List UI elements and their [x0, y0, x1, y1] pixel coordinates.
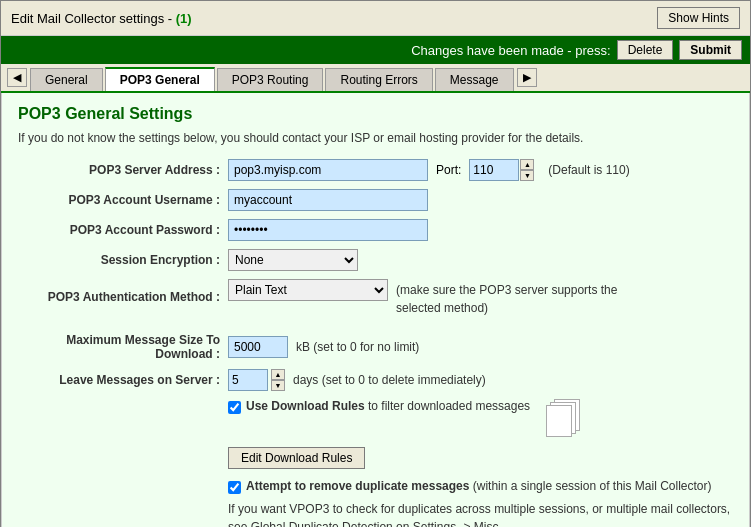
window: Edit Mail Collector settings - (1) Show …: [0, 0, 751, 527]
title-bar: Edit Mail Collector settings - (1) Show …: [1, 1, 750, 36]
username-row: POP3 Account Username :: [18, 189, 733, 211]
leave-days-up-button[interactable]: ▲: [271, 369, 285, 380]
window-title: Edit Mail Collector settings - (1): [11, 11, 192, 26]
section-desc: If you do not know the settings below, y…: [18, 131, 733, 145]
leave-days-down-button[interactable]: ▼: [271, 380, 285, 391]
max-msg-unit: kB (set to 0 for no limit): [296, 340, 419, 354]
tab-routing-errors[interactable]: Routing Errors: [325, 68, 432, 91]
server-row: POP3 Server Address : Port: ▲ ▼ (Default…: [18, 159, 733, 181]
delete-button[interactable]: Delete: [617, 40, 674, 60]
leave-msg-row: Leave Messages on Server : ▲ ▼ days (set…: [18, 369, 733, 391]
port-spinner: ▲ ▼: [520, 159, 534, 181]
tab-prev-arrow[interactable]: ◀: [7, 68, 27, 87]
download-rules-label: Use Download Rules to filter downloaded …: [246, 399, 530, 413]
leave-days-wrap: ▲ ▼: [228, 369, 285, 391]
duplicate-desc: If you want VPOP3 to check for duplicate…: [228, 500, 733, 527]
leave-msg-unit: days (set to 0 to delete immediately): [293, 373, 486, 387]
auth-label: POP3 Authentication Method :: [18, 290, 228, 304]
changes-message: Changes have been made - press:: [411, 43, 610, 58]
password-label: POP3 Account Password :: [18, 223, 228, 237]
port-input-wrap: ▲ ▼: [469, 159, 534, 181]
leave-days-input[interactable]: [228, 369, 268, 391]
username-label: POP3 Account Username :: [18, 193, 228, 207]
encryption-label: Session Encryption :: [18, 253, 228, 267]
show-hints-button[interactable]: Show Hints: [657, 7, 740, 29]
port-down-button[interactable]: ▼: [520, 170, 534, 181]
tab-pop3-general[interactable]: POP3 General: [105, 67, 215, 91]
tab-message[interactable]: Message: [435, 68, 514, 91]
leave-days-spinner: ▲ ▼: [271, 369, 285, 391]
server-input-group: Port: ▲ ▼ (Default is 110): [228, 159, 630, 181]
download-rules-checkbox[interactable]: [228, 401, 241, 414]
papers-icon: [546, 399, 582, 439]
download-rules-section: Use Download Rules to filter downloaded …: [228, 399, 733, 469]
max-msg-row: Maximum Message Size ToDownload : kB (se…: [18, 333, 733, 361]
auth-help-text: (make sure the POP3 server supports the: [396, 283, 617, 297]
download-rules-checkbox-row: Use Download Rules to filter downloaded …: [228, 399, 733, 439]
port-label: Port:: [436, 163, 461, 177]
port-input[interactable]: [469, 159, 519, 181]
server-label: POP3 Server Address :: [18, 163, 228, 177]
changes-bar: Changes have been made - press: Delete S…: [1, 36, 750, 64]
auth-select[interactable]: Plain Text APOP CRAM-MD5: [228, 279, 388, 301]
server-input[interactable]: [228, 159, 428, 181]
duplicates-checkbox-row: Attempt to remove duplicate messages (wi…: [228, 479, 733, 494]
password-row: POP3 Account Password :: [18, 219, 733, 241]
auth-row: POP3 Authentication Method : Plain Text …: [18, 279, 733, 315]
title-prefix: Edit Mail Collector settings -: [11, 11, 172, 26]
title-count: (1): [176, 11, 192, 26]
encryption-select[interactable]: None TLS SSL: [228, 249, 358, 271]
tab-general[interactable]: General: [30, 68, 103, 91]
duplicates-label: Attempt to remove duplicate messages (wi…: [246, 479, 712, 493]
content-area: POP3 General Settings If you do not know…: [1, 93, 750, 527]
username-input[interactable]: [228, 189, 428, 211]
port-default-text: (Default is 110): [548, 163, 629, 177]
port-up-button[interactable]: ▲: [520, 159, 534, 170]
tab-pop3-routing[interactable]: POP3 Routing: [217, 68, 324, 91]
edit-download-rules-button[interactable]: Edit Download Rules: [228, 447, 365, 469]
submit-button[interactable]: Submit: [679, 40, 742, 60]
tabs-bar: ◀ General POP3 General POP3 Routing Rout…: [1, 64, 750, 93]
duplicates-checkbox[interactable]: [228, 481, 241, 494]
tab-next-arrow[interactable]: ▶: [517, 68, 537, 87]
max-msg-input[interactable]: [228, 336, 288, 358]
password-input[interactable]: [228, 219, 428, 241]
section-title: POP3 General Settings: [18, 105, 733, 123]
encryption-row: Session Encryption : None TLS SSL: [18, 249, 733, 271]
leave-msg-label: Leave Messages on Server :: [18, 373, 228, 387]
max-msg-label: Maximum Message Size ToDownload :: [18, 333, 228, 361]
duplicates-section: Attempt to remove duplicate messages (wi…: [228, 479, 733, 527]
